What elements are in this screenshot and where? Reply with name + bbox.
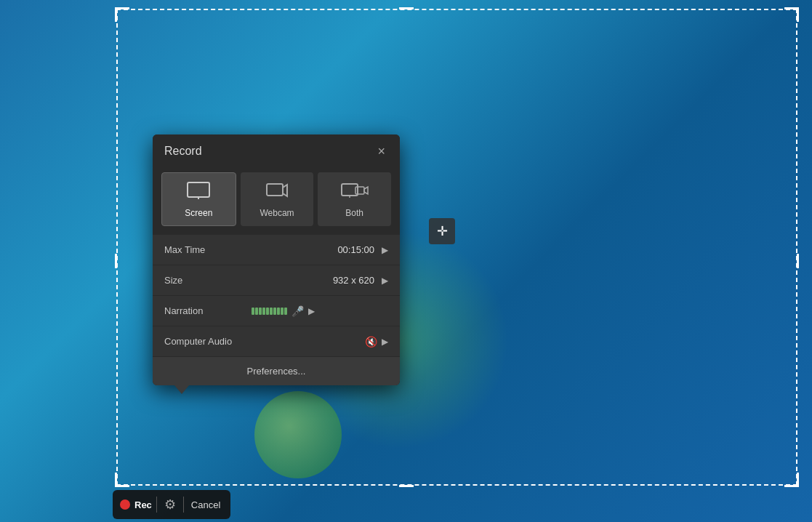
desktop: ✛ Record × Screen: [0, 0, 812, 522]
narration-level-bar: [252, 308, 287, 315]
max-time-arrow: ▶: [382, 245, 388, 255]
corner-bl: [115, 473, 129, 487]
narration-arrow: ▶: [308, 306, 315, 316]
settings-gear-button[interactable]: ⚙: [161, 497, 179, 513]
size-label: Size: [164, 275, 252, 286]
computer-audio-label: Computer Audio: [164, 336, 252, 347]
dialog-arrow: [174, 385, 189, 394]
toolbar-divider-1: [156, 497, 157, 513]
mic-icon: 🎤: [292, 305, 304, 317]
max-time-label: Max Time: [164, 244, 252, 255]
corner-tl: [115, 7, 129, 22]
screen-icon: [187, 182, 210, 202]
corner-tr: [784, 7, 799, 22]
computer-audio-arrow: ▶: [382, 337, 388, 347]
record-dialog: Record × Screen: [153, 134, 400, 385]
computer-audio-row[interactable]: Computer Audio 🔇 ▶: [153, 326, 400, 357]
edge-top[interactable]: [399, 7, 414, 9]
rec-dot: [120, 499, 130, 510]
mode-both-button[interactable]: Both: [318, 172, 391, 226]
edge-left[interactable]: [115, 254, 117, 268]
mode-webcam-button[interactable]: Webcam: [241, 172, 314, 226]
mode-buttons-area: Screen Webcam: [153, 166, 400, 235]
size-row[interactable]: Size 932 x 620 ▶: [153, 265, 400, 296]
cancel-button[interactable]: Cancel: [188, 499, 223, 510]
dialog-title: Record: [164, 145, 202, 158]
svg-rect-8: [355, 187, 364, 194]
move-cursor-icon[interactable]: ✛: [429, 218, 455, 244]
audio-controls: 🔇: [252, 336, 377, 348]
svg-rect-3: [267, 184, 283, 196]
mode-screen-label: Screen: [185, 208, 212, 218]
settings-section: Max Time 00:15:00 ▶ Size 932 x 620 ▶ Nar…: [153, 235, 400, 357]
mode-screen-button[interactable]: Screen: [161, 172, 236, 226]
preferences-button[interactable]: Preferences...: [153, 357, 400, 385]
mode-both-label: Both: [345, 208, 363, 218]
edge-bottom[interactable]: [399, 485, 414, 487]
toolbar-divider-2: [183, 497, 184, 513]
bottom-toolbar: Rec ⚙ Cancel: [113, 490, 230, 519]
webcam-icon: [265, 182, 289, 202]
speaker-muted-icon: 🔇: [365, 336, 377, 348]
narration-label: Narration: [164, 305, 252, 316]
dialog-header: Record ×: [153, 134, 400, 166]
max-time-row[interactable]: Max Time 00:15:00 ▶: [153, 235, 400, 265]
svg-rect-0: [188, 182, 209, 197]
rec-button[interactable]: Rec: [120, 499, 152, 510]
size-value: 932 x 620: [252, 275, 374, 286]
max-time-value: 00:15:00: [252, 244, 374, 255]
mode-webcam-label: Webcam: [260, 208, 294, 218]
edge-right[interactable]: [797, 254, 799, 268]
close-button[interactable]: ×: [374, 143, 388, 159]
narration-controls: 🎤: [252, 305, 304, 317]
desktop-decoration: [254, 391, 342, 478]
both-icon: [341, 182, 369, 202]
size-arrow: ▶: [382, 276, 388, 286]
svg-marker-4: [283, 185, 287, 196]
rec-label: Rec: [134, 499, 152, 510]
corner-br: [784, 473, 799, 487]
narration-row[interactable]: Narration 🎤: [153, 296, 400, 326]
